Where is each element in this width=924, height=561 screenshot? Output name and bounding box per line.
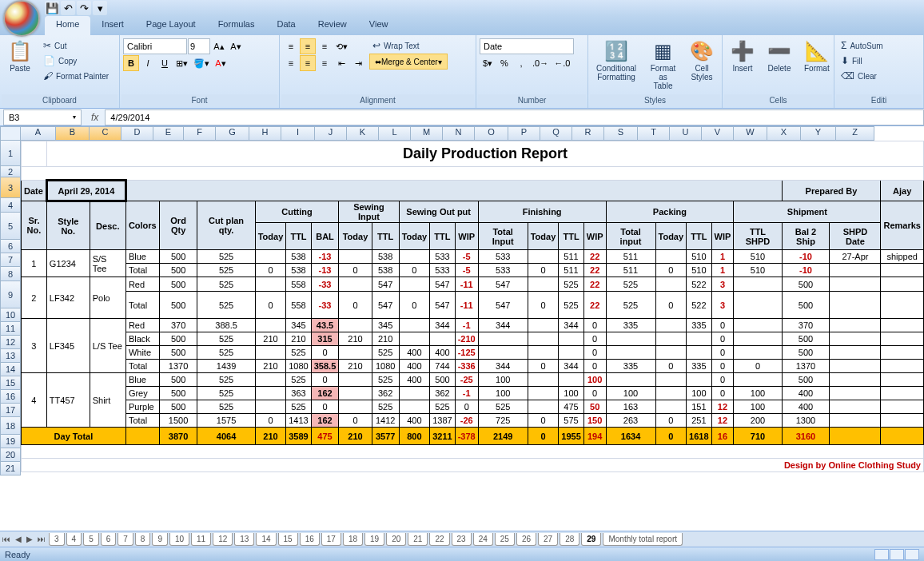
data-cell[interactable]: 500	[782, 277, 830, 292]
data-cell[interactable]	[606, 373, 655, 387]
col-header-C[interactable]: C	[90, 126, 121, 141]
name-box[interactable]: B3	[3, 109, 82, 125]
sheet-tab-12[interactable]: 12	[213, 533, 233, 539]
data-cell[interactable]: 1080	[286, 360, 311, 373]
data-cell[interactable]	[478, 346, 528, 360]
data-cell[interactable]: 525	[559, 277, 583, 292]
data-cell[interactable]: 100	[734, 400, 782, 414]
date-value-cell[interactable]: April 29, 2014	[46, 181, 125, 201]
data-cell[interactable]	[399, 250, 430, 264]
day-total-cell[interactable]: 800	[399, 428, 430, 445]
row-header-4[interactable]: 4	[0, 198, 21, 213]
data-cell[interactable]	[881, 346, 924, 360]
data-cell[interactable]	[339, 400, 372, 414]
data-cell[interactable]	[881, 277, 924, 292]
row-header-18[interactable]: 18	[0, 417, 21, 435]
data-cell[interactable]: 500	[159, 277, 197, 292]
data-cell[interactable]: 500	[159, 373, 197, 387]
data-cell[interactable]: 547	[478, 292, 528, 319]
tab-page-layout[interactable]: Page Layout	[135, 16, 207, 35]
data-cell[interactable]: 344	[559, 319, 583, 332]
data-cell[interactable]: -11	[455, 277, 478, 292]
data-cell[interactable]	[399, 319, 430, 332]
data-cell[interactable]: 344	[559, 360, 583, 373]
sheet-tab-29[interactable]: 29	[581, 533, 601, 539]
data-cell[interactable]: 335	[606, 319, 655, 332]
tab-insert[interactable]: Insert	[90, 16, 135, 35]
sheet-tab-3[interactable]: 3	[49, 533, 65, 539]
data-cell[interactable]: 1387	[430, 414, 455, 428]
autosum-button[interactable]: ΣAutoSum	[838, 38, 886, 53]
col-header-H[interactable]: H	[249, 126, 281, 141]
data-cell[interactable]	[830, 319, 881, 332]
data-cell[interactable]: 0	[528, 360, 559, 373]
data-cell[interactable]	[881, 414, 924, 428]
data-cell[interactable]	[734, 292, 782, 319]
data-cell[interactable]: -13	[311, 264, 339, 277]
data-cell[interactable]: 525	[606, 292, 655, 319]
data-cell[interactable]: 0	[711, 319, 734, 332]
data-cell[interactable]: 1	[711, 250, 734, 264]
data-cell[interactable]: 500	[159, 250, 197, 264]
data-cell[interactable]	[339, 277, 372, 292]
tab-review[interactable]: Review	[307, 16, 358, 35]
data-cell[interactable]: -33	[311, 277, 339, 292]
data-cell[interactable]: 538	[286, 264, 311, 277]
data-cell[interactable]: -11	[455, 292, 478, 319]
data-cell[interactable]: 500	[782, 332, 830, 346]
align-center-button[interactable]: ≡	[300, 55, 316, 71]
data-cell[interactable]	[830, 292, 881, 319]
row-header-19[interactable]: 19	[0, 435, 21, 448]
sheet-tab-21[interactable]: 21	[408, 533, 428, 539]
data-cell[interactable]: 500	[159, 264, 197, 277]
data-cell[interactable]	[528, 277, 559, 292]
data-cell[interactable]	[830, 277, 881, 292]
data-cell[interactable]: 1300	[782, 414, 830, 428]
col-header-U[interactable]: U	[670, 126, 702, 141]
data-cell[interactable]: 22	[583, 277, 606, 292]
insert-button[interactable]: ➕Insert	[724, 37, 761, 76]
data-cell[interactable]	[830, 332, 881, 346]
row-header-14[interactable]: 14	[0, 363, 21, 376]
data-cell[interactable]: 388.5	[197, 319, 255, 332]
day-total-cell[interactable]: 0	[655, 428, 687, 445]
sheet-tab-24[interactable]: 24	[473, 533, 493, 539]
wrap-text-button[interactable]: ↩Wrap Text	[369, 38, 448, 53]
sheet-tab-8[interactable]: 8	[135, 533, 151, 539]
data-cell[interactable]: 22	[583, 264, 606, 277]
formula-input[interactable]	[105, 109, 924, 125]
data-cell[interactable]: 510	[687, 264, 711, 277]
select-all-button[interactable]	[0, 126, 21, 141]
sheet-tab-18[interactable]: 18	[343, 533, 363, 539]
day-total-cell[interactable]: 2149	[478, 428, 528, 445]
data-cell[interactable]	[830, 360, 881, 373]
sheet-tab-16[interactable]: 16	[300, 533, 320, 539]
data-cell[interactable]: 0	[311, 346, 339, 360]
data-cell[interactable]	[830, 373, 881, 387]
data-cell[interactable]	[881, 360, 924, 373]
font-size-input[interactable]	[188, 38, 210, 54]
data-cell[interactable]: 1412	[372, 414, 399, 428]
data-cell[interactable]: 510	[734, 264, 782, 277]
sheet-tab-15[interactable]: 15	[278, 533, 298, 539]
data-cell[interactable]: 511	[559, 250, 583, 264]
data-cell[interactable]	[734, 332, 782, 346]
col-header-A[interactable]: A	[21, 126, 56, 141]
sheet-tab-23[interactable]: 23	[452, 533, 472, 539]
data-cell[interactable]: 1370	[782, 360, 830, 373]
data-cell[interactable]: 525	[286, 400, 311, 414]
sheet-tab-25[interactable]: 25	[495, 533, 515, 539]
data-cell[interactable]: 538	[286, 250, 311, 264]
data-cell[interactable]	[559, 373, 583, 387]
data-cell[interactable]: 200	[734, 414, 782, 428]
row-header-8[interactable]: 8	[0, 267, 21, 281]
day-total-cell[interactable]: 16	[711, 428, 734, 445]
day-total-cell[interactable]: 1634	[606, 428, 655, 445]
indent-inc-button[interactable]: ⇥	[350, 55, 366, 71]
data-cell[interactable]	[830, 346, 881, 360]
data-cell[interactable]: 533	[478, 250, 528, 264]
sheet-tab-13[interactable]: 13	[234, 533, 254, 539]
data-cell[interactable]: 0	[655, 360, 687, 373]
qat-undo-icon[interactable]: ↶	[61, 1, 75, 15]
col-header-Y[interactable]: Y	[801, 126, 836, 141]
